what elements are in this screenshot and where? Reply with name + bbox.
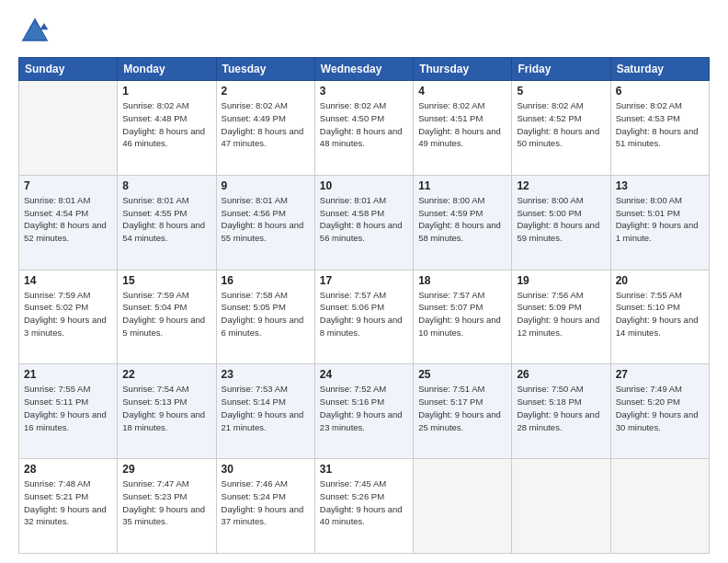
calendar-cell: 7Sunrise: 8:01 AMSunset: 4:54 PMDaylight… [19,175,118,270]
calendar-cell: 15Sunrise: 7:59 AMSunset: 5:04 PMDayligh… [118,270,216,364]
calendar-cell: 27Sunrise: 7:49 AMSunset: 5:20 PMDayligh… [610,364,709,459]
day-info: Sunrise: 7:55 AMSunset: 5:10 PMDaylight:… [616,289,704,339]
day-number: 18 [418,274,506,287]
day-info: Sunrise: 8:00 AMSunset: 5:00 PMDaylight:… [517,194,605,245]
day-info: Sunrise: 8:01 AMSunset: 4:56 PMDaylight:… [222,194,310,245]
day-info: Sunrise: 7:46 AMSunset: 5:24 PMDaylight:… [222,477,310,528]
day-info: Sunrise: 7:50 AMSunset: 5:18 PMDaylight:… [517,383,605,433]
day-number: 27 [616,368,704,381]
day-info: Sunrise: 8:02 AMSunset: 4:53 PMDaylight:… [616,99,704,150]
weekday-header-tuesday: Tuesday [216,58,314,81]
day-info: Sunrise: 7:54 AMSunset: 5:13 PMDaylight:… [122,383,210,433]
day-number: 10 [320,179,408,192]
day-info: Sunrise: 7:55 AMSunset: 5:11 PMDaylight:… [24,383,112,433]
weekday-header-row: SundayMondayTuesdayWednesdayThursdayFrid… [19,58,710,81]
calendar-cell: 22Sunrise: 7:54 AMSunset: 5:13 PMDayligh… [118,364,216,459]
day-number: 1 [122,85,210,98]
calendar-cell: 2Sunrise: 8:02 AMSunset: 4:49 PMDaylight… [216,81,314,176]
calendar-cell [610,459,709,554]
calendar-week-row: 28Sunrise: 7:48 AMSunset: 5:21 PMDayligh… [19,459,710,554]
day-info: Sunrise: 7:53 AMSunset: 5:14 PMDaylight:… [222,383,310,433]
day-number: 5 [517,85,605,98]
day-number: 23 [222,368,310,381]
day-info: Sunrise: 7:56 AMSunset: 5:09 PMDaylight:… [517,289,605,339]
day-number: 6 [616,85,704,98]
day-number: 12 [517,179,605,192]
day-info: Sunrise: 8:02 AMSunset: 4:52 PMDaylight:… [517,99,605,150]
day-info: Sunrise: 8:02 AMSunset: 4:51 PMDaylight:… [418,99,506,150]
calendar-cell: 20Sunrise: 7:55 AMSunset: 5:10 PMDayligh… [610,270,709,364]
day-number: 24 [320,368,408,381]
day-info: Sunrise: 7:48 AMSunset: 5:21 PMDaylight:… [24,477,112,528]
calendar-cell: 24Sunrise: 7:52 AMSunset: 5:16 PMDayligh… [314,364,413,459]
svg-marker-2 [40,23,48,29]
calendar-cell: 8Sunrise: 8:01 AMSunset: 4:55 PMDaylight… [118,175,216,270]
calendar-cell: 23Sunrise: 7:53 AMSunset: 5:14 PMDayligh… [216,364,314,459]
weekday-header-wednesday: Wednesday [314,58,413,81]
calendar-week-row: 14Sunrise: 7:59 AMSunset: 5:02 PMDayligh… [19,270,710,364]
day-info: Sunrise: 7:57 AMSunset: 5:06 PMDaylight:… [320,289,408,339]
day-info: Sunrise: 7:45 AMSunset: 5:26 PMDaylight:… [320,477,408,528]
calendar-cell: 25Sunrise: 7:51 AMSunset: 5:17 PMDayligh… [414,364,512,459]
day-number: 17 [320,274,408,287]
day-number: 29 [122,463,210,476]
day-info: Sunrise: 8:01 AMSunset: 4:55 PMDaylight:… [122,194,210,245]
day-number: 22 [122,368,210,381]
day-info: Sunrise: 7:47 AMSunset: 5:23 PMDaylight:… [122,477,210,528]
calendar-week-row: 21Sunrise: 7:55 AMSunset: 5:11 PMDayligh… [19,364,710,459]
day-info: Sunrise: 7:59 AMSunset: 5:02 PMDaylight:… [24,289,112,339]
day-info: Sunrise: 7:51 AMSunset: 5:17 PMDaylight:… [418,383,506,433]
weekday-header-friday: Friday [512,58,610,81]
day-info: Sunrise: 8:01 AMSunset: 4:58 PMDaylight:… [320,194,408,245]
calendar-cell: 16Sunrise: 7:58 AMSunset: 5:05 PMDayligh… [216,270,314,364]
day-number: 16 [222,274,310,287]
calendar-cell: 18Sunrise: 7:57 AMSunset: 5:07 PMDayligh… [414,270,512,364]
calendar-week-row: 7Sunrise: 8:01 AMSunset: 4:54 PMDaylight… [19,175,710,270]
day-number: 20 [616,274,704,287]
calendar-cell: 26Sunrise: 7:50 AMSunset: 5:18 PMDayligh… [512,364,610,459]
day-number: 15 [122,274,210,287]
calendar-table: SundayMondayTuesdayWednesdayThursdayFrid… [18,57,710,554]
svg-marker-1 [23,21,46,40]
weekday-header-thursday: Thursday [414,58,512,81]
calendar-cell: 11Sunrise: 8:00 AMSunset: 4:59 PMDayligh… [414,175,512,270]
day-info: Sunrise: 7:58 AMSunset: 5:05 PMDaylight:… [222,289,310,339]
day-number: 21 [24,368,112,381]
day-number: 28 [24,463,112,476]
day-number: 4 [418,85,506,98]
calendar-cell: 9Sunrise: 8:01 AMSunset: 4:56 PMDaylight… [216,175,314,270]
day-number: 25 [418,368,506,381]
calendar-cell [19,81,118,176]
calendar-cell: 19Sunrise: 7:56 AMSunset: 5:09 PMDayligh… [512,270,610,364]
calendar-cell: 1Sunrise: 8:02 AMSunset: 4:48 PMDaylight… [118,81,216,176]
weekday-header-sunday: Sunday [19,58,118,81]
day-number: 26 [517,368,605,381]
day-number: 3 [320,85,408,98]
calendar-cell: 12Sunrise: 8:00 AMSunset: 5:00 PMDayligh… [512,175,610,270]
day-number: 13 [616,179,704,192]
day-info: Sunrise: 7:52 AMSunset: 5:16 PMDaylight:… [320,383,408,433]
logo [18,15,55,48]
day-info: Sunrise: 8:01 AMSunset: 4:54 PMDaylight:… [24,194,112,245]
day-number: 8 [122,179,210,192]
calendar-cell: 28Sunrise: 7:48 AMSunset: 5:21 PMDayligh… [19,459,118,554]
day-number: 31 [320,463,408,476]
calendar-cell [512,459,610,554]
day-info: Sunrise: 8:02 AMSunset: 4:50 PMDaylight:… [320,99,408,150]
calendar-cell: 30Sunrise: 7:46 AMSunset: 5:24 PMDayligh… [216,459,314,554]
weekday-header-monday: Monday [118,58,216,81]
day-number: 7 [24,179,112,192]
day-number: 9 [222,179,310,192]
day-info: Sunrise: 8:00 AMSunset: 5:01 PMDaylight:… [616,194,704,245]
calendar-week-row: 1Sunrise: 8:02 AMSunset: 4:48 PMDaylight… [19,81,710,176]
calendar-cell: 10Sunrise: 8:01 AMSunset: 4:58 PMDayligh… [314,175,413,270]
calendar-cell: 31Sunrise: 7:45 AMSunset: 5:26 PMDayligh… [314,459,413,554]
day-number: 14 [24,274,112,287]
calendar-cell: 13Sunrise: 8:00 AMSunset: 5:01 PMDayligh… [610,175,709,270]
day-number: 30 [222,463,310,476]
header [18,15,710,48]
calendar-cell: 21Sunrise: 7:55 AMSunset: 5:11 PMDayligh… [19,364,118,459]
day-info: Sunrise: 8:02 AMSunset: 4:49 PMDaylight:… [222,99,310,150]
day-number: 19 [517,274,605,287]
day-info: Sunrise: 7:49 AMSunset: 5:20 PMDaylight:… [616,383,704,433]
